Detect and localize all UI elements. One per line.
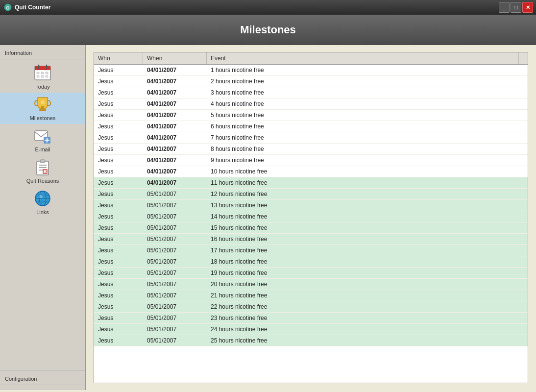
table-row[interactable]: Jesus04/01/20077 hours nicotine free: [94, 132, 528, 144]
table-row[interactable]: Jesus05/01/200717 hours nicotine free: [94, 245, 528, 256]
table-row[interactable]: Jesus04/01/20075 hours nicotine free: [94, 110, 528, 121]
sidebar-bottom: Configuration: [0, 370, 85, 390]
col-when: When: [143, 52, 207, 64]
cell-event: 4 hours nicotine free: [207, 98, 528, 109]
cell-event: 8 hours nicotine free: [207, 144, 528, 154]
table-row[interactable]: Jesus05/01/200721 hours nicotine free: [94, 290, 528, 301]
table-row[interactable]: Jesus05/01/200719 hours nicotine free: [94, 268, 528, 279]
sidebar-item-email[interactable]: E-mail: [0, 124, 85, 155]
cell-who: Jesus: [94, 76, 143, 87]
sidebar-item-links[interactable]: Links: [0, 187, 85, 218]
cell-when: 04/01/2007: [143, 166, 207, 177]
cell-who: Jesus: [94, 189, 143, 199]
cell-event: 16 hours nicotine free: [207, 234, 528, 245]
cell-who: Jesus: [94, 335, 143, 346]
cell-who: Jesus: [94, 279, 143, 290]
col-who: Who: [94, 52, 143, 64]
cell-when: 04/01/2007: [143, 87, 207, 98]
table-scroll[interactable]: Jesus04/01/20071 hours nicotine freeJesu…: [94, 65, 528, 383]
cell-who: Jesus: [94, 87, 143, 98]
cell-event: 3 hours nicotine free: [207, 87, 528, 98]
cell-who: Jesus: [94, 234, 143, 245]
cell-who: Jesus: [94, 177, 143, 188]
table-row[interactable]: Jesus04/01/20073 hours nicotine free: [94, 87, 528, 98]
col-event: Event: [207, 52, 519, 64]
cell-event: 5 hours nicotine free: [207, 110, 528, 121]
cell-event: 24 hours nicotine free: [207, 324, 528, 335]
close-button[interactable]: ✕: [522, 2, 533, 13]
cell-who: Jesus: [94, 301, 143, 312]
table-row[interactable]: Jesus04/01/20079 hours nicotine free: [94, 155, 528, 166]
table-row[interactable]: Jesus05/01/200714 hours nicotine free: [94, 211, 528, 222]
cell-event: 13 hours nicotine free: [207, 200, 528, 211]
svg-point-15: [41, 100, 45, 104]
cell-when: 04/01/2007: [143, 98, 207, 109]
cell-who: Jesus: [94, 313, 143, 323]
clipboard-icon: [34, 158, 51, 176]
table-row[interactable]: Jesus05/01/200712 hours nicotine free: [94, 189, 528, 200]
cell-when: 05/01/2007: [143, 301, 207, 312]
main-header: Milestones: [0, 15, 536, 45]
svg-rect-14: [39, 109, 46, 111]
svg-rect-8: [41, 72, 44, 74]
table-row[interactable]: Jesus05/01/200715 hours nicotine free: [94, 222, 528, 234]
table-row[interactable]: Jesus05/01/200724 hours nicotine free: [94, 324, 528, 335]
sidebar-item-quit-reasons[interactable]: Quit Reasons: [0, 155, 85, 187]
table-header: Who When Event: [94, 52, 528, 65]
cell-when: 04/01/2007: [143, 177, 207, 188]
maximize-button[interactable]: □: [511, 2, 521, 13]
cell-event: 19 hours nicotine free: [207, 268, 528, 278]
table-row[interactable]: Jesus05/01/200713 hours nicotine free: [94, 200, 528, 211]
cell-who: Jesus: [94, 144, 143, 154]
table-row[interactable]: Jesus05/01/200718 hours nicotine free: [94, 256, 528, 268]
cell-when: 04/01/2007: [143, 144, 207, 154]
milestones-table: Who When Event Jesus04/01/20071 hours ni…: [94, 52, 528, 383]
table-row[interactable]: Jesus05/01/200725 hours nicotine free: [94, 335, 528, 346]
cell-who: Jesus: [94, 132, 143, 143]
cell-event: 14 hours nicotine free: [207, 211, 528, 222]
cell-event: 12 hours nicotine free: [207, 189, 528, 199]
cell-who: Jesus: [94, 98, 143, 109]
table-row[interactable]: Jesus04/01/200711 hours nicotine free: [94, 177, 528, 189]
cell-who: Jesus: [94, 155, 143, 166]
svg-rect-12: [46, 75, 48, 77]
cell-event: 2 hours nicotine free: [207, 76, 528, 87]
svg-rect-7: [37, 72, 39, 74]
cell-who: Jesus: [94, 324, 143, 335]
table-row[interactable]: Jesus04/01/20072 hours nicotine free: [94, 76, 528, 87]
table-row[interactable]: Jesus05/01/200723 hours nicotine free: [94, 313, 528, 324]
cell-when: 05/01/2007: [143, 313, 207, 323]
table-row[interactable]: Jesus04/01/200710 hours nicotine free: [94, 166, 528, 177]
cell-event: 6 hours nicotine free: [207, 121, 528, 132]
sidebar-item-milestones[interactable]: Milestones: [0, 93, 85, 124]
title-bar: Q Quit Counter _ □ ✕: [0, 0, 536, 15]
cell-when: 05/01/2007: [143, 290, 207, 301]
svg-rect-9: [46, 72, 48, 74]
sidebar-today-label: Today: [35, 84, 49, 90]
cell-when: 04/01/2007: [143, 110, 207, 121]
sidebar-email-label: E-mail: [35, 147, 50, 152]
table-row[interactable]: Jesus04/01/20078 hours nicotine free: [94, 144, 528, 155]
cell-who: Jesus: [94, 211, 143, 222]
cell-who: Jesus: [94, 268, 143, 278]
cell-when: 05/01/2007: [143, 222, 207, 233]
sidebar-links-label: Links: [36, 209, 49, 215]
minimize-button[interactable]: _: [499, 2, 510, 13]
table-row[interactable]: Jesus04/01/20076 hours nicotine free: [94, 121, 528, 132]
sidebar-config-label: Configuration: [0, 374, 85, 385]
table-row[interactable]: Jesus04/01/20074 hours nicotine free: [94, 98, 528, 110]
table-row[interactable]: Jesus05/01/200716 hours nicotine free: [94, 234, 528, 245]
table-row[interactable]: Jesus04/01/20071 hours nicotine free: [94, 65, 528, 76]
cell-when: 04/01/2007: [143, 155, 207, 166]
table-row[interactable]: Jesus05/01/200720 hours nicotine free: [94, 279, 528, 290]
cell-event: 18 hours nicotine free: [207, 256, 528, 267]
sidebar-top: Information Today: [0, 45, 85, 221]
cell-when: 05/01/2007: [143, 324, 207, 335]
cell-when: 05/01/2007: [143, 268, 207, 278]
table-row[interactable]: Jesus05/01/200722 hours nicotine free: [94, 301, 528, 313]
sidebar: Information Today: [0, 45, 86, 390]
cell-when: 05/01/2007: [143, 211, 207, 222]
sidebar-milestones-label: Milestones: [30, 115, 56, 121]
sidebar-item-today[interactable]: Today: [0, 61, 85, 93]
title-controls: _ □ ✕: [499, 2, 533, 13]
